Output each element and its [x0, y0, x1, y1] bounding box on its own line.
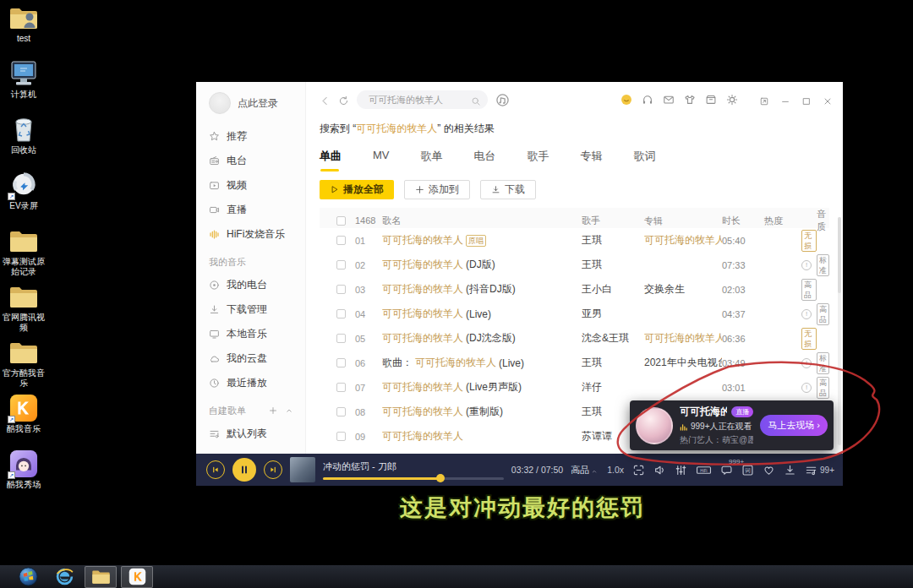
song-title-cell[interactable]: 可可托海的牧羊人 (DJ沈念版) — [382, 331, 582, 346]
start-button[interactable] — [12, 566, 44, 588]
sidebar-item[interactable]: 最近播放 — [209, 371, 305, 395]
now-playing-art[interactable] — [290, 457, 315, 482]
taskbar-explorer[interactable] — [85, 566, 117, 588]
desktop-icon[interactable]: 酷我音乐 — [0, 394, 47, 449]
desktop-icon[interactable]: 回收站 — [0, 115, 47, 171]
artist-cell[interactable]: 王琪 — [582, 356, 644, 370]
table-row[interactable]: 01 可可托海的牧羊人 原唱 王琪 可可托海的牧羊人 05:40 — [320, 228, 829, 253]
album-cell[interactable]: 2021年中央电视台.. — [644, 356, 722, 370]
row-checkbox[interactable] — [336, 383, 346, 392]
sidebar-item[interactable]: 下载管理 — [209, 297, 305, 322]
headset-icon[interactable] — [642, 94, 653, 106]
tab[interactable]: 歌词 — [634, 149, 656, 172]
settings-icon[interactable] — [726, 94, 738, 106]
artist-cell[interactable]: 沈念&王琪 — [582, 331, 644, 346]
tab[interactable]: 电台 — [474, 149, 496, 172]
song-title-cell[interactable]: 歌曲： 可可托海的牧羊人 (Live) — [382, 356, 582, 370]
row-checkbox[interactable] — [336, 260, 346, 270]
sidebar-item[interactable]: 本地音乐 — [209, 322, 305, 346]
go-to-live-button[interactable]: 马上去现场 › — [760, 415, 828, 436]
vip-info-icon[interactable] — [801, 383, 812, 393]
desktop-icon[interactable]: 官网腾讯视频 — [0, 282, 47, 338]
download-song-icon[interactable] — [784, 464, 796, 476]
vip-icon[interactable] — [621, 94, 632, 106]
hifi-icon[interactable]: HiFi — [696, 464, 712, 476]
live-stream-popup[interactable]: 可可托海的牧羊人 直播 999+人正在观看 热门艺人：萌宝@愿六月好运 马上去现… — [630, 400, 834, 450]
artist-cell[interactable]: 洋仔 — [582, 380, 644, 395]
pause-button[interactable] — [232, 458, 256, 482]
package-icon[interactable] — [705, 94, 717, 106]
volume-icon[interactable] — [653, 464, 666, 476]
artist-cell[interactable]: 王小白 — [582, 282, 644, 297]
search-input[interactable] — [367, 94, 466, 106]
row-checkbox[interactable] — [336, 432, 346, 441]
progress-knob[interactable] — [436, 474, 445, 482]
login-button[interactable]: 点此登录 — [209, 92, 305, 114]
vip-info-icon[interactable] — [801, 358, 812, 368]
desktop-icon[interactable]: EV录屏 — [0, 171, 47, 226]
play-all-button[interactable]: 播放全部 — [320, 180, 394, 199]
desktop-icon[interactable]: 弹幕测试原始记录 — [0, 226, 47, 282]
streamer-avatar[interactable] — [636, 407, 673, 444]
sidebar-item[interactable]: 直播 — [209, 198, 305, 222]
table-row[interactable]: 07 可可托海的牧羊人 (Live男声版) 洋仔 03:01 — [320, 375, 829, 400]
tab[interactable]: 单曲 — [320, 149, 342, 172]
mail-icon[interactable] — [663, 94, 675, 106]
select-all-checkbox[interactable] — [336, 216, 346, 226]
favorite-icon[interactable] — [763, 464, 775, 476]
artist-cell[interactable]: 王琪 — [582, 258, 644, 272]
collapse-icon[interactable] — [285, 406, 293, 415]
taskbar-kuwo[interactable] — [121, 566, 153, 588]
album-cell[interactable]: 可可托海的牧羊人... — [644, 331, 722, 346]
playback-speed[interactable]: 1.0x — [607, 465, 624, 475]
now-playing-title[interactable]: 冲动的惩罚 - 刀郎 — [323, 460, 504, 473]
progress-bar[interactable] — [323, 477, 504, 480]
sidebar-item[interactable]: 电台 — [209, 149, 305, 173]
tab[interactable]: 歌单 — [421, 149, 443, 172]
tab[interactable]: 专辑 — [581, 149, 603, 172]
add-playlist-icon[interactable] — [269, 406, 277, 415]
sidebar-item[interactable]: 我的云盘 — [209, 346, 305, 371]
table-row[interactable]: 02 可可托海的牧羊人 (DJ版) 王琪 07:33 — [320, 253, 829, 277]
row-checkbox[interactable] — [336, 309, 346, 318]
sidebar-item[interactable]: 推荐 — [209, 124, 305, 149]
equalizer-icon[interactable] — [675, 464, 687, 476]
artist-cell[interactable]: 王琪 — [582, 233, 644, 248]
search-box[interactable] — [357, 90, 488, 109]
scrollbar-thumb[interactable] — [838, 217, 841, 293]
row-checkbox[interactable] — [336, 334, 346, 343]
artist-cell[interactable]: 亚男 — [582, 307, 644, 321]
refresh-icon[interactable] — [338, 95, 349, 106]
song-title-cell[interactable]: 可可托海的牧羊人 (DJ版) — [382, 258, 582, 272]
vip-info-icon[interactable] — [801, 309, 812, 319]
song-title-cell[interactable]: 可可托海的牧羊人 (抖音DJ版) — [382, 282, 582, 297]
tab[interactable]: 歌手 — [528, 149, 549, 172]
row-checkbox[interactable] — [336, 358, 346, 368]
previous-button[interactable] — [206, 460, 225, 479]
maximize-icon[interactable] — [801, 95, 812, 105]
desktop-lyric-icon[interactable] — [632, 464, 645, 476]
search-icon[interactable] — [471, 95, 481, 105]
row-checkbox[interactable] — [336, 285, 346, 294]
minimize-icon[interactable] — [780, 95, 790, 105]
table-row[interactable]: 06 歌曲： 可可托海的牧羊人 (Live) 王琪 2021年中央电视台.. 0… — [320, 351, 829, 375]
song-recognize-icon[interactable] — [495, 93, 510, 107]
song-title-cell[interactable]: 可可托海的牧羊人 (Live) — [382, 307, 582, 321]
row-checkbox[interactable] — [336, 407, 346, 416]
song-title-cell[interactable]: 可可托海的牧羊人 (Live男声版) — [382, 380, 582, 395]
quality-selector[interactable]: 高品 — [571, 464, 598, 476]
song-title-cell[interactable]: 可可托海的牧羊人 — [382, 429, 582, 444]
download-button[interactable]: 下载 — [480, 180, 536, 199]
scrollbar[interactable] — [838, 217, 841, 445]
sidebar-item[interactable]: 我的电台 — [209, 273, 305, 297]
table-row[interactable]: 04 可可托海的牧羊人 (Live) 亚男 04:37 — [320, 302, 829, 326]
close-icon[interactable] — [823, 95, 833, 105]
song-title-cell[interactable]: 可可托海的牧羊人 原唱 — [382, 233, 582, 248]
row-checkbox[interactable] — [336, 236, 346, 245]
sidebar-item[interactable]: HiFi发烧音乐 — [209, 222, 305, 247]
desktop-icon[interactable]: 计算机 — [0, 59, 47, 115]
lyric-icon[interactable]: 词 — [741, 464, 754, 476]
desktop-icon[interactable]: 酷我秀场 — [0, 449, 47, 505]
desktop-icon[interactable]: test — [0, 3, 47, 59]
next-button[interactable] — [264, 460, 282, 479]
